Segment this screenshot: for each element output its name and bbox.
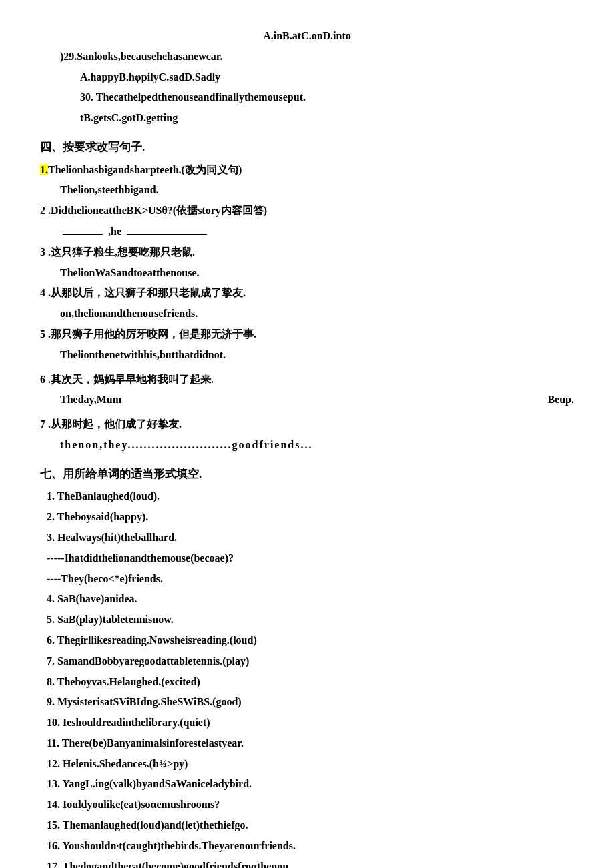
item-text: SamandBobbyaregoodattabletennis.(play)	[57, 655, 249, 667]
item-text: Thedogandthecat(become)goodfriendsfroαth…	[63, 861, 291, 868]
item-number: 16.	[47, 840, 62, 851]
option-line3: A.happyB.hφpilyC.sadD.Sadly	[80, 68, 574, 87]
section7-header: 七、用所给单词的适当形式填空.	[40, 464, 574, 485]
section4-item7-wrapper: 7 .从那时起，他们成了好挚友. thenon,they............…	[40, 415, 574, 455]
item6-answer-left: Theday,Mum	[60, 390, 121, 410]
list-item: 8. Theboyvas.Helaughed.(excited)	[47, 673, 574, 692]
section4-item4: 4 .从那以后，这只狮子和那只老鼠成了挚友.	[40, 284, 574, 303]
list-item: 1. TheBanlaughed(loud).	[47, 487, 574, 506]
list-item: 11. There(be)Banyanimalsinforestelastyea…	[47, 734, 574, 753]
option-line4: 30. Thecathelpedthenouseandfinallythemou…	[80, 88, 574, 107]
list-item: 7. SamandBobbyaregoodattabletennis.(play…	[47, 652, 574, 671]
item2-he: ,he	[108, 226, 121, 237]
section4-item7: 7 .从那时起，他们成了好挚友.	[40, 415, 574, 434]
item-number: 4.	[47, 593, 57, 604]
item-text: Themanlaughed(loud)and(let)thethiefgo.	[63, 819, 248, 831]
item-text: Theboysaid(happy).	[57, 511, 149, 522]
option-line2: )29.Sanlooks,becausehehasanewcar.	[60, 47, 574, 67]
section4-item2: 2 .DidthelioneattheBK>USθ?(依据story内容回答)	[40, 201, 574, 221]
item-text: Youshouldn·t(caught)thebirds.Theyarenour…	[62, 840, 296, 851]
item4-answer: on,thelionandthenousefriends.	[60, 304, 574, 324]
blank2[interactable]	[127, 234, 207, 235]
item-number: 12.	[47, 758, 63, 769]
item-number: 14.	[47, 799, 63, 810]
item3-text: .这只獐子粮生,想要吃那只老鼠.	[45, 246, 195, 258]
item-number: 2.	[47, 511, 57, 522]
section4-item1: 1.Thelionhasbigandsharpteeth.(改为同义句)	[40, 161, 574, 180]
item-text: YangL.ing(valk)byandSaWaniceladybird.	[62, 778, 252, 789]
item-text: Thegirllikesreading.Nowsheisreading.(lou…	[57, 634, 257, 646]
item-number: 7.	[47, 655, 57, 667]
list-item: 3. Healways(hit)theballhard.	[47, 528, 574, 548]
item6-answer-right: Beup.	[547, 390, 574, 410]
item-text: SaB(play)tabletennisnow.	[57, 614, 174, 625]
list-item: 17. Thedogandthecat(become)goodfriendsfr…	[47, 857, 574, 868]
item-text: Ieshouldreadinthelibrary.(quiet)	[63, 717, 210, 728]
option-line5: tB.getsC.gotD.getting	[80, 109, 574, 128]
item-number: 8.	[47, 676, 57, 687]
item7-answer: thenon,they..........................goo…	[60, 436, 574, 455]
item-text: Healways(hit)theballhard.	[57, 532, 177, 543]
item3-number: 3	[40, 246, 45, 258]
item6-answer-row: Theday,Mum Beup.	[60, 390, 574, 410]
item-text: Helenis.Shedances.(h¾>py)	[63, 758, 188, 769]
item1-answer: Thelion,steethbigand.	[60, 181, 574, 200]
section4-header: 四、按要求改写句子.	[40, 137, 574, 158]
section7: 七、用所给单词的适当形式填空. 1. TheBanlaughed(loud). …	[40, 464, 574, 868]
item6-number: 6	[40, 374, 45, 385]
section4-item5: 5 .那只狮子用他的厉牙咬网，但是那无济于事.	[40, 325, 574, 344]
section4-item6: 6 .其次天，妈妈早早地将我叫了起来.	[40, 370, 574, 390]
list-item: 6. Thegirllikesreading.Nowsheisreading.(…	[47, 631, 574, 650]
item-text: TheBanlaughed(loud).	[57, 490, 160, 502]
top-section: A.inB.atC.onD.into )29.Sanlooks,becauseh…	[40, 27, 574, 128]
option-line1: A.inB.atC.onD.into	[40, 27, 574, 46]
item-number: 5.	[47, 614, 57, 625]
item-number: 13.	[47, 778, 62, 789]
item5-number: 5	[40, 328, 45, 340]
list-item: -----Ihatdidthelionandthemouse(becoae)?	[47, 549, 574, 568]
section4-item6-wrapper: 6 .其次天，妈妈早早地将我叫了起来. Theday,Mum Beup.	[40, 370, 574, 410]
list-item: 15. Themanlaughed(loud)and(let)thethiefg…	[47, 816, 574, 835]
list-item: 13. YangL.ing(valk)byandSaWaniceladybird…	[47, 775, 574, 794]
list-item: 5. SaB(play)tabletennisnow.	[47, 610, 574, 630]
item2-blanks: ,he	[60, 222, 574, 242]
item1-number: 1.Thelionhasbigandsharpteeth.(改为同义句)	[40, 164, 242, 175]
list-item: 10. Ieshouldreadinthelibrary.(quiet)	[47, 713, 574, 733]
section7-list: 1. TheBanlaughed(loud). 2. Theboysaid(ha…	[40, 487, 574, 868]
item-text: There(be)Banyanimalsinforestelastyear.	[62, 737, 244, 749]
item-number: 10.	[47, 717, 63, 728]
item1-text: Thelionhasbigandsharpteeth.(改为同义句)	[48, 164, 242, 175]
item-number: 11.	[47, 737, 62, 749]
item-text: Iouldyoulike(eat)soαemushrooms?	[63, 799, 220, 810]
list-item: 2. Theboysaid(happy).	[47, 508, 574, 527]
item-number: 17.	[47, 861, 63, 868]
list-item: 16. Youshouldn·t(caught)thebirds.Theyare…	[47, 837, 574, 856]
item-number: 3.	[47, 532, 57, 543]
item-text: SaB(have)anidea.	[57, 593, 137, 604]
item-number: 6.	[47, 634, 57, 646]
item6-text: .其次天，妈妈早早地将我叫了起来.	[45, 374, 214, 385]
item2-number: 2	[40, 205, 45, 216]
item-number: 15.	[47, 819, 63, 831]
list-item: 4. SaB(have)anidea.	[47, 590, 574, 609]
section4-item3: 3 .这只獐子粮生,想要吃那只老鼠.	[40, 243, 574, 262]
blank1[interactable]	[63, 234, 103, 235]
item5-text: .那只狮子用他的厉牙咬网，但是那无济于事.	[45, 328, 256, 340]
item3-answer: ThelionWaSandtoeatthenouse.	[60, 264, 574, 283]
item-number: 9.	[47, 696, 57, 707]
item-text: MysisterisatSViBIdng.SheSWiBS.(good)	[57, 696, 242, 707]
section4: 四、按要求改写句子. 1.Thelionhasbigandsharpteeth.…	[40, 137, 574, 455]
item5-answer: Thelionthenetwithhis,butthatdidnot.	[60, 346, 574, 365]
list-item: ----They(beco<*e)friends.	[40, 570, 574, 589]
item7-number: 7	[40, 418, 45, 430]
item4-text: .从那以后，这只狮子和那只老鼠成了挚友.	[45, 287, 246, 298]
item2-text: .DidthelioneattheBK>USθ?(依据story内容回答)	[45, 205, 267, 216]
item-text: Theboyvas.Helaughed.(excited)	[57, 676, 200, 687]
list-item: 14. Iouldyoulike(eat)soαemushrooms?	[47, 795, 574, 815]
list-item: 9. MysisterisatSViBIdng.SheSWiBS.(good)	[47, 693, 574, 712]
item1-highlight: 1.	[40, 164, 48, 175]
item-number: 1.	[47, 490, 57, 502]
list-item: 12. Helenis.Shedances.(h¾>py)	[47, 755, 574, 774]
item4-number: 4	[40, 287, 45, 298]
item7-text: .从那时起，他们成了好挚友.	[45, 418, 182, 430]
